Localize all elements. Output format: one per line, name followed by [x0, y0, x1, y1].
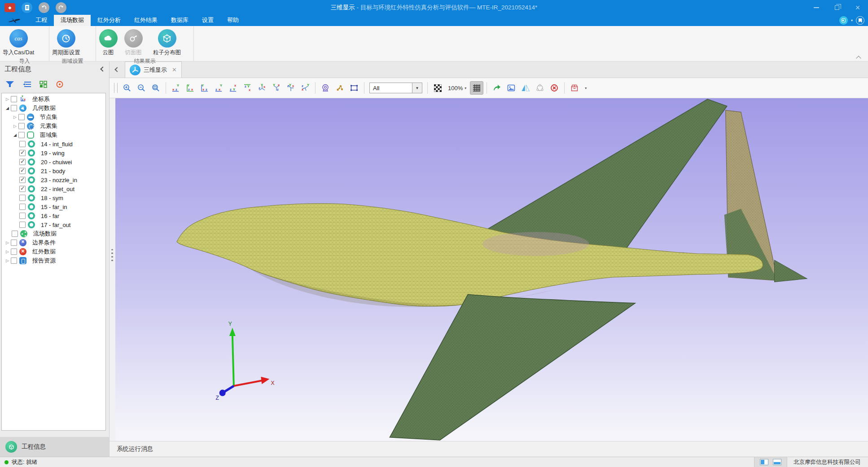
tree-item-infrared-data[interactable]: ▷ 红外数据 [2, 247, 105, 256]
undo-button[interactable] [39, 2, 49, 13]
style-switch-button[interactable] [839, 16, 848, 25]
checkbox[interactable] [19, 195, 26, 201]
outline-list-icon[interactable] [22, 81, 31, 88]
cancel-button[interactable] [548, 81, 561, 95]
zoom-out-button[interactable] [135, 81, 148, 95]
opacity-percent-dropdown[interactable]: 100%▾ [448, 85, 466, 92]
camera-view-button[interactable] [319, 81, 332, 95]
checkbox[interactable] [11, 249, 17, 255]
view-right-button[interactable]: zxY [212, 81, 226, 95]
checkbox[interactable] [18, 132, 25, 138]
zoom-fit-button[interactable] [149, 81, 162, 95]
checkbox[interactable] [19, 159, 26, 165]
view-left-button[interactable]: Yxz [198, 81, 211, 95]
menu-tab-hongwaifenxi[interactable]: 红外分析 [91, 15, 127, 26]
redo-button[interactable] [56, 2, 66, 13]
expander-icon[interactable]: ▷ [4, 258, 11, 263]
expander-icon[interactable]: ▷ [12, 124, 18, 128]
panel-footer-tab[interactable]: 工程信息 [0, 437, 109, 457]
tree-item-chuiwei[interactable]: 20 - chuiwei [2, 157, 105, 166]
particles-display-button[interactable] [333, 81, 346, 95]
view-iso-1-button[interactable]: zxY [255, 81, 269, 95]
tree-item-far-in[interactable]: 15 - far_in [2, 202, 105, 211]
panel-splitter[interactable] [110, 98, 115, 441]
view-back-button[interactable]: Yzx [184, 81, 197, 95]
checkbox[interactable] [18, 123, 25, 129]
tree-item-element-set[interactable]: ▷ 元素集 [2, 122, 105, 131]
periodic-face-settings-button[interactable]: 周期面设置 [49, 28, 83, 57]
expander-icon[interactable]: ▷ [12, 115, 18, 119]
view-iso-2-button[interactable]: Yxz [270, 81, 283, 95]
filter-icon[interactable] [5, 81, 14, 88]
checkbox[interactable] [19, 204, 26, 210]
menu-tab-bangzhu[interactable]: 帮助 [220, 15, 245, 26]
tree-item-wing[interactable]: 19 - wing [2, 148, 105, 157]
close-button[interactable]: × [847, 0, 868, 15]
tree-item-geometry-data[interactable]: ◢ 几何数据 [2, 104, 105, 113]
display-filter-dropdown[interactable]: All ▼ [369, 83, 422, 93]
menu-tab-gongcheng[interactable]: 工程 [29, 15, 54, 26]
checkbox[interactable] [19, 213, 26, 219]
tab-close-icon[interactable]: ✕ [172, 66, 177, 73]
menu-tab-liuchangshuju[interactable]: 流场数据 [54, 15, 91, 26]
tree-item-far-out[interactable]: 17 - far_out [2, 220, 105, 229]
expander-icon[interactable]: ▷ [4, 240, 11, 245]
toolbar-grip[interactable] [114, 83, 118, 93]
ribbon-collapse-chevron[interactable] [857, 55, 861, 59]
restore-button[interactable] [827, 0, 847, 15]
checkbox[interactable] [11, 105, 17, 111]
checkbox[interactable] [19, 168, 26, 174]
mesh-toggle-button[interactable] [470, 81, 483, 95]
checkbox[interactable] [12, 231, 18, 237]
menu-tab-shujuku[interactable]: 数据库 [164, 15, 195, 26]
zoom-in-button[interactable] [120, 81, 134, 95]
tree-item-sym[interactable]: 18 - sym [2, 193, 105, 202]
particle-distribution-button[interactable]: 粒子分布图 [146, 28, 188, 57]
view-front-button[interactable]: xzY [169, 81, 183, 95]
tree-item-report-resources[interactable]: ▷ 报告资源 [2, 256, 105, 265]
checkbox[interactable] [19, 150, 26, 156]
console-toggle[interactable] [773, 459, 781, 465]
archive-box-button[interactable] [568, 81, 581, 95]
tree-item-far[interactable]: 16 - far [2, 211, 105, 220]
tree-item-coordinate-system[interactable]: ▷ Yzx 坐标系 [2, 95, 105, 104]
tree-item-face-set[interactable]: ◢ 面域集 [2, 131, 105, 140]
expander-icon[interactable]: ▷ [4, 249, 11, 254]
checkbox[interactable] [11, 96, 17, 102]
ribbon-pin-button[interactable] [856, 16, 864, 25]
split-view-toggle[interactable] [760, 459, 768, 465]
viewport-3d[interactable]: Y X Z [115, 98, 868, 441]
view-bottom-button[interactable]: zYx [241, 81, 254, 95]
app-menu-button[interactable]: ◆ [4, 3, 15, 12]
tree-item-nozzle-in[interactable]: 23 - nozzle_in [2, 175, 105, 184]
archive-dropdown-caret[interactable]: ▾ [585, 86, 587, 90]
minimize-button[interactable] [806, 0, 827, 15]
locate-target-icon[interactable] [56, 80, 64, 88]
tree-item-boundary-conditions[interactable]: ▷ 边界条件 [2, 238, 105, 247]
export-share-button[interactable] [490, 81, 504, 95]
expander-icon[interactable]: ◢ [4, 106, 11, 110]
checkbox[interactable] [19, 141, 26, 147]
checkbox[interactable] [19, 186, 26, 192]
checkbox[interactable] [11, 258, 17, 264]
checkbox[interactable] [19, 222, 26, 228]
collapse-panel-icon[interactable] [100, 66, 105, 71]
expander-icon[interactable]: ▷ [4, 97, 11, 101]
view-iso-3-button[interactable]: zYx [284, 81, 298, 95]
caret-down-icon[interactable]: ▾ [851, 18, 853, 22]
select-box-button[interactable] [347, 81, 361, 95]
view-top-button[interactable]: zYx [227, 81, 240, 95]
tree-item-int-fluid[interactable]: 14 - int_fluid [2, 140, 105, 148]
snapshot-button[interactable] [504, 81, 518, 95]
menu-tab-shezhi[interactable]: 设置 [195, 15, 220, 26]
checkbox[interactable] [19, 177, 26, 183]
tree-item-flow-data[interactable]: 流场数据 [2, 229, 105, 238]
tree-item-node-set[interactable]: ▷ 节点集 [2, 113, 105, 122]
mirror-button[interactable] [519, 81, 532, 95]
view-iso-4-button[interactable]: zxY [298, 81, 312, 95]
menu-tab-hongwaijieguo[interactable]: 红外结果 [127, 15, 164, 26]
dropdown-arrow-icon[interactable]: ▼ [412, 83, 422, 93]
cloud-map-button[interactable]: 云图 [96, 28, 120, 57]
expander-icon[interactable]: ◢ [12, 133, 18, 137]
opacity-checker-icon[interactable] [431, 81, 444, 95]
